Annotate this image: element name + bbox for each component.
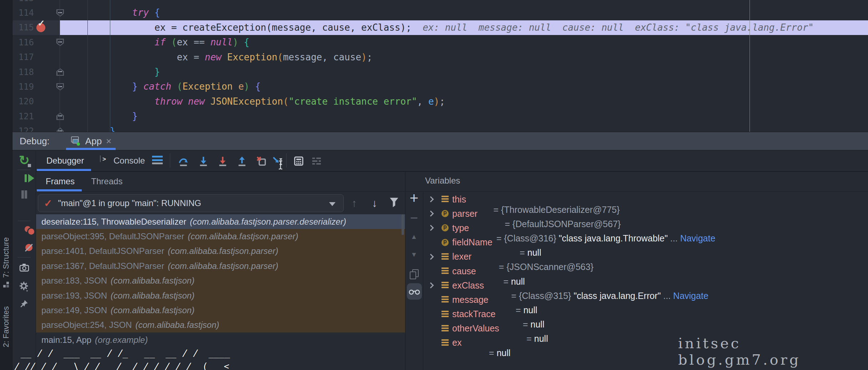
chevron-right-icon[interactable]: [428, 282, 434, 289]
step-out-button[interactable]: [236, 155, 248, 168]
breakpoint-gutter[interactable]: ✓: [34, 94, 47, 109]
variable-row[interactable]: exClass = {Class@315} "class java.lang.E…: [405, 278, 868, 292]
rerun-button[interactable]: ↻: [19, 155, 29, 166]
console-icon: [100, 156, 101, 162]
code-token: [249, 79, 255, 94]
stack-frame[interactable]: deserialze:115, ThrowableDeserializer (c…: [36, 214, 405, 229]
breakpoint-gutter[interactable]: ✓: [34, 50, 47, 65]
fold-gutter[interactable]: [47, 35, 60, 50]
frame-location: parse:149, JSON: [41, 305, 107, 315]
breakpoint-gutter[interactable]: ✓: [34, 0, 47, 5]
code-token: ex: [177, 35, 188, 50]
breakpoint-gutter[interactable]: ✓: [34, 20, 47, 35]
debug-settings-button[interactable]: [19, 281, 30, 293]
prev-frame-button[interactable]: ↑: [352, 198, 357, 209]
fold-gutter[interactable]: [47, 50, 60, 65]
variable-row[interactable]: stackTrace = null: [405, 307, 868, 321]
breakpoint-gutter[interactable]: ✓: [34, 35, 47, 50]
tab-console[interactable]: Console: [113, 156, 145, 166]
variable-value-token[interactable]: null: [496, 348, 510, 358]
variable-value-token[interactable]: Navigate: [680, 233, 716, 243]
stack-frame[interactable]: parseObject:395, DefaultJSONParser (com.…: [36, 229, 405, 244]
variable-value-token[interactable]: Navigate: [673, 291, 708, 301]
fold-gutter[interactable]: [47, 20, 60, 35]
step-into-button[interactable]: [198, 155, 209, 168]
restore-layout-button[interactable]: [311, 156, 322, 168]
frames-scrollbar[interactable]: [402, 214, 404, 235]
variable-value-token[interactable]: ...: [661, 291, 673, 301]
code-line[interactable]: 115 ✓ ex = createException(message, caus…: [12, 20, 868, 35]
variable-value-token[interactable]: ...: [668, 233, 680, 243]
breakpoint-gutter[interactable]: ✓: [34, 65, 47, 79]
code-token: "create instance error": [289, 94, 417, 109]
line-number: 122: [12, 126, 34, 132]
code-line[interactable]: 118 ✓ }: [12, 65, 868, 79]
variable-row[interactable]: lexer = {JSONScanner@563}: [405, 250, 868, 264]
chevron-right-icon[interactable]: [428, 196, 434, 202]
ascii-art-line: / // / / _ \ / / __/ / /_/ / / / ( _ <: [3, 360, 230, 370]
code-line[interactable]: 119 ✓ } catch (Exception e) {: [12, 79, 868, 94]
fold-gutter[interactable]: [47, 0, 60, 5]
variable-row[interactable]: this = {ThrowableDeserializer@775}: [405, 192, 868, 206]
thread-selector-dropdown[interactable]: ✓ "main"@1 in group "main": RUNNING: [38, 194, 344, 212]
stack-frame[interactable]: parse:149, JSON (com.alibaba.fastjson): [36, 303, 405, 318]
tab-threads[interactable]: Threads: [91, 176, 122, 186]
line-number: 118: [12, 67, 34, 77]
chevron-right-icon[interactable]: [428, 254, 434, 260]
frames-tabs: Frames Threads: [36, 171, 405, 191]
code-editor[interactable]: 113 ✓ 114 ✓: [12, 0, 868, 132]
stack-frame[interactable]: parse:1367, DefaultJSONParser (com.aliba…: [36, 259, 405, 273]
fold-gutter[interactable]: [47, 79, 60, 94]
code-line[interactable]: 116 ✓ if (ex == null) {: [12, 35, 868, 50]
force-step-into-button[interactable]: [217, 155, 228, 168]
variable-value-token[interactable]: null: [534, 334, 548, 344]
stack-frame[interactable]: parse:193, JSON (com.alibaba.fastjson): [36, 288, 405, 303]
fold-gutter[interactable]: [47, 5, 60, 20]
code-token: ): [233, 35, 238, 50]
variable-value-token[interactable]: =: [486, 348, 497, 358]
variable-type-icon: [441, 311, 449, 318]
fold-gutter[interactable]: [47, 94, 60, 109]
next-frame-button[interactable]: ↓: [372, 198, 377, 209]
breakpoint-gutter[interactable]: ✓: [34, 109, 47, 124]
code-line[interactable]: 114 ✓ try {: [12, 5, 868, 20]
chevron-right-icon[interactable]: [428, 225, 434, 231]
breakpoint-gutter[interactable]: ✓: [34, 124, 47, 132]
fold-gutter[interactable]: [47, 65, 60, 79]
stack-frame[interactable]: parse:1401, DefaultJSONParser (com.aliba…: [36, 244, 405, 259]
code-line[interactable]: 113 ✓: [12, 0, 868, 5]
chevron-right-icon[interactable]: [428, 211, 434, 217]
hide-library-frames-button[interactable]: [389, 197, 399, 209]
code-lines: 113 ✓ 114 ✓: [12, 0, 868, 132]
code-line[interactable]: 120 ✓ throw new JSONException("create in…: [12, 94, 868, 109]
fold-gutter[interactable]: [47, 109, 60, 124]
thread-dump-button[interactable]: [19, 263, 29, 273]
close-icon[interactable]: ×: [106, 136, 111, 147]
breakpoint-gutter[interactable]: ✓: [34, 79, 47, 94]
variable-type-icon: [441, 296, 449, 303]
code-token: [138, 79, 143, 94]
variable-value-token[interactable]: "class java.lang.Error": [574, 291, 661, 301]
sidebar-item-structure[interactable]: 7: Structure: [1, 237, 11, 288]
variable-value: = null: [461, 327, 510, 358]
tab-debugger[interactable]: Debugger: [46, 156, 84, 166]
stack-frame[interactable]: parse:183, JSON (com.alibaba.fastjson): [36, 274, 405, 288]
step-over-button[interactable]: [178, 155, 189, 168]
tab-frames[interactable]: Frames: [46, 176, 75, 186]
evaluate-expression-button[interactable]: [293, 156, 304, 168]
code-line[interactable]: 122 ✓ }: [12, 124, 868, 132]
fold-gutter[interactable]: [47, 124, 60, 132]
breakpoint-icon[interactable]: ✓: [36, 23, 45, 32]
pin-tab-button[interactable]: [20, 299, 29, 310]
code-line[interactable]: 117 ✓ ex = new Exception(message, cause)…: [12, 50, 868, 65]
frame-package: (com.alibaba.fastjson): [111, 291, 195, 301]
reset-frame-button[interactable]: [256, 155, 267, 168]
reset-frame-icon: [256, 155, 267, 167]
frame-package: (com.alibaba.fastjson.parser): [168, 246, 278, 256]
tab-app-session[interactable]: App ×: [65, 132, 116, 150]
variable-value-token[interactable]: =: [524, 334, 534, 344]
variable-row[interactable]: type = {Class@316} "class java.lang.Thro…: [405, 221, 868, 235]
layout-settings-icon[interactable]: [152, 156, 163, 166]
code-text: [60, 0, 868, 5]
code-line[interactable]: 121 ✓ }: [12, 109, 868, 124]
